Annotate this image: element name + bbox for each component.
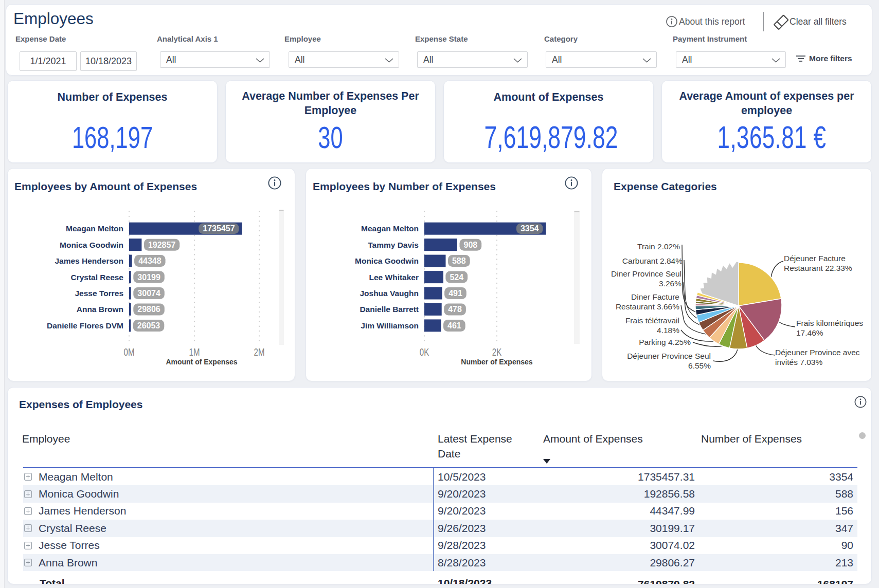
svg-text:Monica Goodwin: Monica Goodwin [355,256,419,265]
svg-text:1M: 1M [189,346,200,358]
svg-text:Crystal Reese: Crystal Reese [70,273,123,282]
svg-text:478: 478 [448,305,462,314]
svg-text:Lee Whitaker: Lee Whitaker [369,273,419,282]
svg-text:Jesse Torres: Jesse Torres [75,289,124,298]
svg-text:Monica Goodwin: Monica Goodwin [60,241,123,249]
svg-text:588: 588 [452,256,466,265]
svg-text:0K: 0K [420,346,429,358]
svg-text:908: 908 [464,241,478,249]
svg-text:Tammy Davis: Tammy Davis [368,241,419,249]
svg-text:44348: 44348 [138,256,162,265]
svg-text:2K: 2K [492,346,502,358]
svg-text:3354: 3354 [521,224,539,233]
svg-text:Amount of Expenses: Amount of Expenses [166,358,237,366]
svg-text:30074: 30074 [137,289,160,298]
svg-text:Danielle Flores DVM: Danielle Flores DVM [47,321,123,330]
svg-text:Meagan Melton: Meagan Melton [361,224,419,233]
svg-text:461: 461 [447,321,461,330]
svg-text:524: 524 [450,273,463,282]
svg-text:2M: 2M [254,346,265,358]
svg-text:192857: 192857 [148,241,175,249]
svg-text:James Henderson: James Henderson [55,256,123,265]
svg-text:1735457: 1735457 [203,224,235,233]
svg-text:Meagan Melton: Meagan Melton [66,224,123,233]
svg-text:491: 491 [449,289,462,298]
svg-text:0M: 0M [124,346,135,358]
svg-text:29806: 29806 [137,305,160,314]
svg-text:30199: 30199 [137,273,160,282]
svg-text:26053: 26053 [137,321,160,330]
svg-text:Jim Williamson: Jim Williamson [361,321,419,330]
svg-text:Danielle Barrett: Danielle Barrett [360,305,419,314]
svg-text:Joshua Vaughn: Joshua Vaughn [360,289,419,298]
svg-text:Number of Expenses: Number of Expenses [461,358,532,366]
svg-text:Anna Brown: Anna Brown [77,305,123,314]
